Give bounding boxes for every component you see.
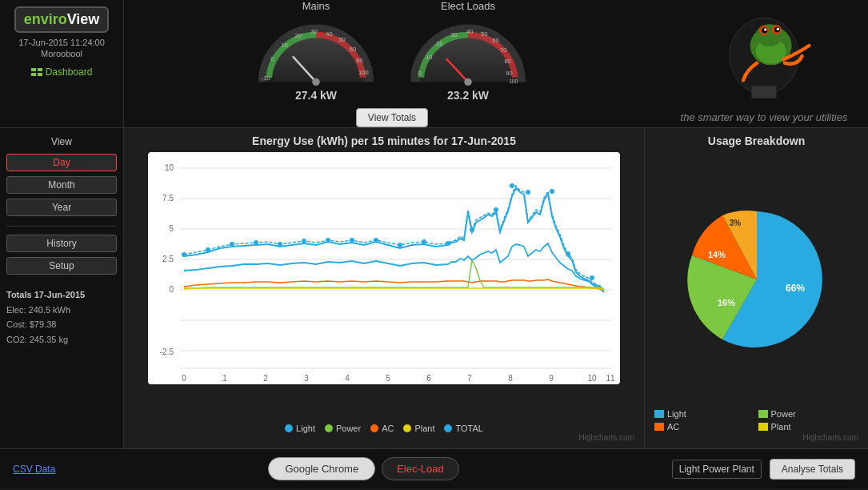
csv-data-link[interactable]: CSV Data (13, 464, 55, 475)
google-chrome-button[interactable]: Google Chrome (268, 457, 375, 480)
app-logo: enviroView (14, 6, 110, 33)
elec-label: Elec: (6, 305, 26, 315)
svg-point-83 (550, 189, 554, 194)
svg-text:60: 60 (492, 37, 498, 44)
svg-text:10: 10 (281, 42, 287, 49)
svg-rect-2 (31, 73, 36, 76)
light-power-plant-tooltip: Light Power Plant (672, 460, 762, 479)
gauges-row: Mains -10 0 (236, 0, 548, 102)
elec-load-button[interactable]: Elec-Load (382, 457, 459, 480)
legend-light: Light (285, 424, 315, 433)
elect-loads-gauge-label: Elect Loads (441, 0, 495, 12)
view-totals-button[interactable]: View Totals (356, 108, 428, 127)
datetime-display: 17-Jun-2015 11:24:00 (18, 38, 105, 47)
svg-text:60: 60 (350, 46, 356, 53)
month-button[interactable]: Month (6, 176, 117, 194)
svg-text:-2.5: -2.5 (160, 347, 174, 356)
breakdown-swatch-light (654, 410, 664, 418)
breakdown-legend-power: Power (758, 409, 859, 419)
svg-text:10: 10 (426, 54, 432, 61)
svg-rect-0 (31, 68, 36, 71)
logo-area: enviroView 17-Jun-2015 11:24:00 Morooboo… (0, 0, 124, 127)
sidebar-divider (6, 226, 117, 227)
breakdown-label-power: Power (771, 409, 796, 419)
svg-point-76 (398, 243, 402, 247)
legend-light-dot (285, 424, 293, 432)
svg-point-72 (302, 239, 306, 243)
bottom-bar: CSV Data Google Chrome Elec-Load Light P… (0, 448, 868, 488)
gauges-area: Mains -10 0 (124, 0, 660, 135)
svg-point-15 (312, 78, 319, 86)
svg-text:80: 80 (504, 58, 510, 65)
frog-area: the smarter way to view your utilities (660, 0, 868, 131)
breakdown-legend: Light Power AC Plant (654, 409, 858, 432)
breakdown-swatch-power (758, 410, 768, 418)
co2-label: CO2: (6, 335, 27, 344)
svg-text:11: 11 (606, 374, 615, 383)
mains-gauge-label: Mains (302, 0, 330, 12)
svg-text:14%: 14% (707, 250, 725, 259)
svg-point-81 (510, 183, 514, 188)
svg-text:3%: 3% (729, 219, 741, 227)
svg-text:0: 0 (418, 70, 421, 77)
svg-text:3: 3 (304, 374, 309, 383)
elec-value: 240.5 kWh (29, 305, 71, 315)
svg-point-74 (350, 238, 354, 243)
elect-loads-gauge-svg: 0 10 20 30 40 50 60 70 80 90 100 (404, 15, 532, 87)
breakdown-swatch-plant (758, 423, 768, 431)
svg-point-39 (777, 27, 779, 30)
dashboard-link[interactable]: Dashboard (31, 66, 93, 78)
legend-ac: AC (370, 424, 394, 433)
svg-text:10: 10 (587, 374, 597, 383)
legend-light-label: Light (296, 424, 315, 433)
sidebar: View Day Month Year History Setup Totals… (0, 128, 124, 448)
location-display: Moroobool (41, 49, 82, 58)
svg-point-75 (374, 238, 378, 243)
svg-point-69 (230, 242, 234, 247)
svg-rect-1 (38, 68, 42, 71)
mains-gauge-svg: -10 0 10 20 30 40 50 60 80 100 (252, 15, 380, 87)
legend-plant-dot (403, 424, 411, 432)
elec-row: Elec: 240.5 kWh (6, 303, 117, 318)
legend-power-label: Power (336, 424, 361, 433)
frog-image (692, 4, 836, 108)
cost-value: $79.38 (30, 319, 57, 329)
svg-rect-3 (38, 73, 42, 76)
chart-title: Energy Use (kWh) per 15 minutes for 17-J… (134, 135, 634, 147)
svg-point-79 (470, 227, 474, 232)
svg-text:0: 0 (182, 374, 186, 383)
legend-ac-dot (370, 424, 378, 432)
svg-text:100: 100 (358, 69, 369, 76)
legend-ac-label: AC (382, 424, 394, 433)
setup-button[interactable]: Setup (6, 257, 117, 275)
chart-svg-wrapper: 10 7.5 5 2.5 0 -2.5 0 1 2 3 4 5 6 7 8 9 … (134, 152, 634, 419)
svg-point-71 (278, 242, 282, 247)
svg-text:20: 20 (294, 32, 301, 39)
cost-label: Cost: (6, 319, 27, 329)
svg-point-70 (254, 240, 258, 245)
totals-section: Totals 17-Jun-2015 Elec: 240.5 kWh Cost:… (6, 287, 117, 347)
logo-enviro: enviro (24, 11, 67, 27)
svg-text:7: 7 (467, 374, 472, 383)
svg-point-80 (494, 207, 498, 212)
legend-plant-label: Plant (414, 424, 434, 433)
elect-loads-gauge-value: 23.2 kW (447, 89, 489, 102)
analyse-totals-button[interactable]: Analyse Totals (770, 459, 855, 480)
breakdown-area: Usage Breakdown 66% 16% 14% 3% (644, 128, 868, 448)
svg-text:5: 5 (169, 224, 174, 233)
day-button[interactable]: Day (6, 154, 117, 171)
breakdown-swatch-ac (654, 423, 664, 431)
svg-rect-40 (148, 152, 620, 384)
breakdown-highcharts-credit: Highcharts.com (654, 433, 858, 442)
svg-text:2: 2 (263, 374, 268, 383)
legend-total-label: TOTAL (455, 424, 482, 433)
legend-plant: Plant (403, 424, 434, 433)
svg-point-78 (446, 241, 450, 246)
history-button[interactable]: History (6, 235, 117, 252)
svg-text:50: 50 (338, 36, 345, 43)
top-bar: enviroView 17-Jun-2015 11:24:00 Morooboo… (0, 0, 868, 128)
svg-point-82 (526, 190, 530, 195)
year-button[interactable]: Year (6, 199, 117, 216)
svg-text:16%: 16% (717, 298, 734, 307)
svg-text:0: 0 (169, 285, 174, 294)
